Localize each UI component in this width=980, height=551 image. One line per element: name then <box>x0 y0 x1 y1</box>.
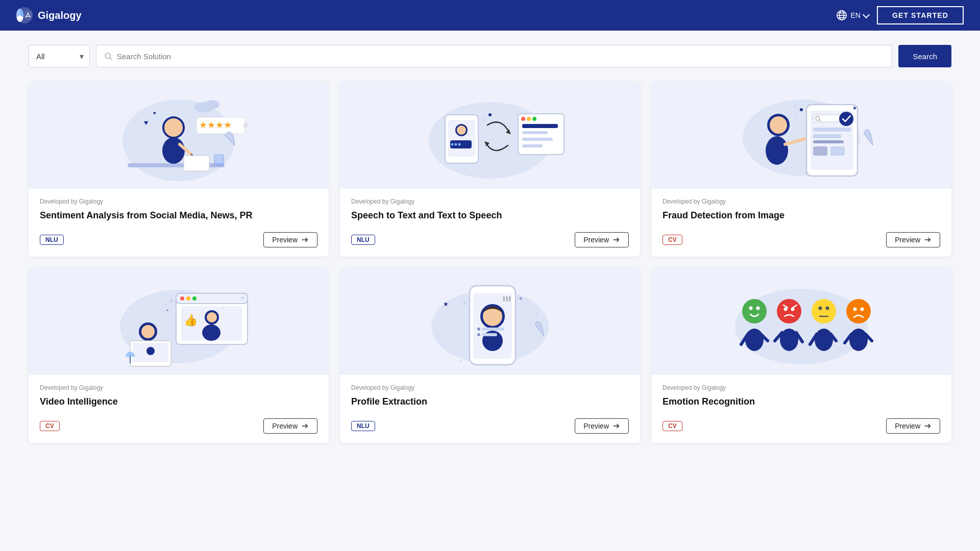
search-button[interactable]: Search <box>898 45 951 67</box>
svg-rect-66 <box>813 134 841 138</box>
svg-rect-22 <box>184 156 209 171</box>
svg-text:★: ★ <box>240 294 246 302</box>
svg-point-116 <box>749 307 753 310</box>
card-sentiment: ★★★★ ★ ♥ ♥ Developed by Gigalogy Sentime… <box>29 82 329 257</box>
card-body-profile: Developed by Gigalogy Profile Extraction… <box>340 375 640 443</box>
filter-wrapper: All NLU CV Other <box>29 45 90 67</box>
svg-point-18 <box>164 118 183 137</box>
card-image-fraud: ★ ✦ <box>651 82 951 189</box>
arrow-right-icon <box>301 236 309 244</box>
preview-button-5[interactable]: Preview <box>575 418 629 434</box>
svg-point-117 <box>756 307 760 310</box>
card-developer-3: Developed by Gigalogy <box>663 198 940 205</box>
header-right: EN GET STARTED <box>836 6 964 24</box>
card-body-speech: Developed by Gigalogy Speech to Text and… <box>340 189 640 257</box>
svg-rect-48 <box>522 131 548 134</box>
svg-point-139 <box>849 329 868 351</box>
svg-point-36 <box>457 126 466 135</box>
svg-rect-107 <box>482 333 497 336</box>
svg-point-112 <box>520 297 522 300</box>
svg-text:✦: ✦ <box>535 312 539 317</box>
card-footer-5: NLU Preview <box>351 418 629 434</box>
cards-grid: ★★★★ ★ ♥ ♥ Developed by Gigalogy Sentime… <box>0 77 980 458</box>
svg-point-136 <box>815 329 833 351</box>
svg-text:👍: 👍 <box>184 313 198 327</box>
get-started-button[interactable]: GET STARTED <box>877 6 964 24</box>
main-header: Gigalogy EN GET STARTED <box>0 0 980 31</box>
svg-line-14 <box>110 58 112 60</box>
svg-point-38 <box>451 143 454 146</box>
globe-icon <box>836 10 847 21</box>
card-title-1: Sentiment Analysis from Social Media, Ne… <box>40 210 317 221</box>
illustration-sentiment: ★★★★ ★ ♥ ♥ <box>97 89 260 181</box>
svg-point-46 <box>532 117 536 121</box>
badge-nlu-2: NLU <box>351 235 375 245</box>
card-footer-2: NLU Preview <box>351 232 629 247</box>
card-title-5: Profile Extraction <box>351 396 629 407</box>
svg-point-115 <box>742 299 767 323</box>
svg-point-118 <box>777 299 801 323</box>
svg-text:✦: ✦ <box>163 302 167 307</box>
svg-rect-105 <box>482 328 504 331</box>
svg-text:★: ★ <box>852 105 857 111</box>
card-image-sentiment: ★★★★ ★ ♥ ♥ <box>29 82 329 189</box>
illustration-video: ★ 👍 <box>97 276 260 367</box>
card-image-speech <box>340 82 640 189</box>
badge-cv-3: CV <box>663 235 682 245</box>
search-icon <box>104 52 113 61</box>
svg-text:♥: ♥ <box>144 118 148 127</box>
svg-rect-50 <box>522 144 543 147</box>
svg-point-44 <box>521 117 525 121</box>
svg-point-88 <box>141 325 155 338</box>
svg-text:✦: ✦ <box>459 359 463 363</box>
svg-point-78 <box>180 296 184 300</box>
svg-point-13 <box>105 53 111 59</box>
card-body-fraud: Developed by Gigalogy Fraud Detection fr… <box>651 189 951 257</box>
arrow-right-icon <box>923 422 932 430</box>
card-developer-5: Developed by Gigalogy <box>351 384 629 391</box>
search-input-wrapper <box>96 45 892 67</box>
search-input[interactable] <box>117 52 885 61</box>
svg-text:♥: ♥ <box>153 110 156 116</box>
card-developer-4: Developed by Gigalogy <box>40 384 317 391</box>
svg-text:★: ★ <box>443 300 449 308</box>
card-emotion: Developed by Gigalogy Emotion Recognitio… <box>651 268 951 443</box>
card-speech: Developed by Gigalogy Speech to Text and… <box>340 82 640 257</box>
svg-point-130 <box>745 329 764 351</box>
svg-rect-49 <box>522 138 553 141</box>
svg-point-127 <box>846 299 871 323</box>
card-body-sentiment: Developed by Gigalogy Sentiment Analysis… <box>29 189 329 257</box>
preview-button-1[interactable]: Preview <box>263 232 317 247</box>
illustration-fraud: ★ ✦ <box>720 89 883 181</box>
language-button[interactable]: EN <box>836 10 868 21</box>
preview-button-2[interactable]: Preview <box>575 232 629 247</box>
card-image-video: ★ 👍 <box>29 268 329 375</box>
svg-rect-47 <box>522 124 558 128</box>
preview-button-6[interactable]: Preview <box>886 418 940 434</box>
filter-select[interactable]: All NLU CV Other <box>29 45 90 67</box>
svg-point-106 <box>477 333 480 336</box>
illustration-emotion <box>720 276 883 367</box>
preview-button-3[interactable]: Preview <box>886 232 940 247</box>
svg-text:★★★★: ★★★★ <box>199 120 232 130</box>
card-title-4: Video Intelligence <box>40 396 317 407</box>
svg-point-104 <box>477 328 480 331</box>
svg-point-39 <box>455 143 457 146</box>
svg-point-84 <box>207 312 217 322</box>
card-profile: ▐▐▐ ★ ✦ ✦ <box>340 268 640 443</box>
card-fraud: ★ ✦ Developed by Gigalogy Fraud Detectio… <box>651 82 951 257</box>
card-developer-1: Developed by Gigalogy <box>40 198 317 205</box>
svg-point-94 <box>166 309 168 311</box>
card-footer-3: CV Preview <box>663 232 940 247</box>
logo[interactable]: Gigalogy <box>16 7 82 23</box>
badge-cv-4: CV <box>40 421 60 431</box>
svg-point-19 <box>162 137 185 164</box>
svg-point-30 <box>204 100 219 109</box>
svg-point-129 <box>861 308 864 311</box>
svg-text:★: ★ <box>241 120 250 130</box>
logo-icon <box>16 7 33 23</box>
card-title-6: Emotion Recognition <box>663 396 940 407</box>
preview-button-4[interactable]: Preview <box>263 418 317 434</box>
badge-nlu-1: NLU <box>40 235 64 245</box>
card-developer-2: Developed by Gigalogy <box>351 198 629 205</box>
